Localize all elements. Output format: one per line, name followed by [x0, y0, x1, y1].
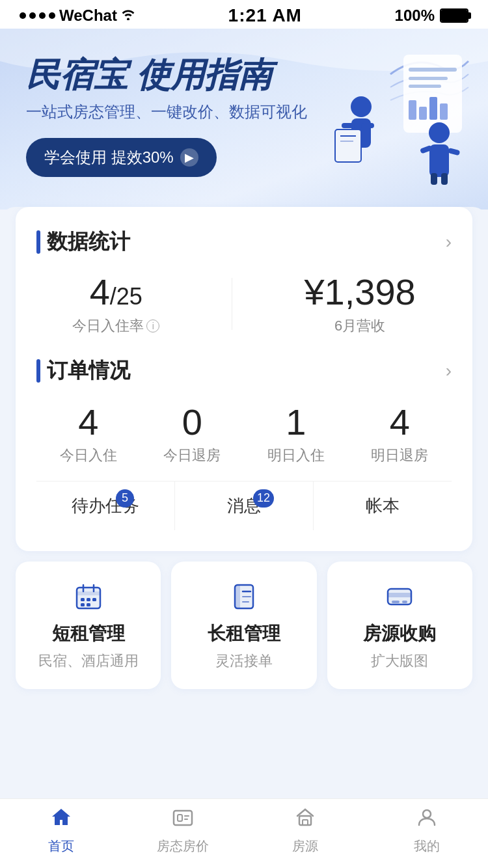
signal-dots — [20, 12, 55, 19]
svg-rect-36 — [388, 593, 411, 597]
service-card-acquisition[interactable]: 房源收购 扩大版图 — [327, 562, 472, 689]
carrier-label: WeChat — [59, 7, 117, 25]
order-stats-chevron-icon[interactable]: › — [446, 360, 452, 381]
order-value-3: 4 — [371, 401, 428, 443]
occupancy-label: 今日入住率 i — [72, 316, 159, 336]
battery-percent: 100% — [395, 7, 435, 25]
service-desc-1: 灵活接单 — [184, 651, 303, 671]
order-item-1: 0 今日退房 — [163, 401, 221, 465]
banner-btn-label: 学会使用 提效30% — [44, 147, 174, 168]
nav-item-home[interactable]: 首页 — [29, 806, 94, 855]
order-label-1: 今日退房 — [163, 446, 221, 465]
nav-item-properties[interactable]: 房源 — [273, 806, 338, 855]
svg-rect-18 — [448, 148, 460, 156]
svg-rect-10 — [342, 123, 355, 128]
banner-subtitle: 一站式房态管理、一键改价、数据可视化 — [26, 102, 462, 122]
card-icon — [340, 582, 459, 611]
data-stats-title: 数据统计 — [36, 228, 130, 256]
stats-row: 4/25 今日入住率 i ¥1,398 6月营收 — [36, 272, 452, 336]
svg-rect-22 — [77, 591, 100, 595]
calendar-icon — [29, 582, 148, 611]
service-name-1: 长租管理 — [184, 621, 303, 646]
service-name-2: 房源收购 — [340, 621, 459, 646]
nav-item-profile[interactable]: 我的 — [394, 806, 459, 855]
service-card-long-rent[interactable]: 长租管理 灵活接单 — [171, 562, 316, 689]
title-bar-accent — [36, 230, 40, 254]
svg-rect-29 — [87, 603, 90, 606]
nav-label-properties: 房源 — [292, 837, 318, 855]
svg-rect-11 — [361, 123, 374, 128]
occupancy-stat: 4/25 今日入住率 i — [72, 272, 159, 336]
svg-point-45 — [423, 810, 431, 818]
order-stats-header: 订单情况 › — [36, 357, 452, 385]
banner-title: 民宿宝 使用指南 — [26, 55, 462, 95]
svg-rect-16 — [429, 144, 449, 177]
order-value-1: 0 — [163, 401, 221, 443]
service-card-short-rent[interactable]: 短租管理 民宿、酒店通用 — [16, 562, 161, 689]
svg-rect-25 — [81, 598, 85, 601]
banner: 民宿宝 使用指南 一站式房态管理、一键改价、数据可视化 学会使用 提效30% ▶ — [0, 29, 488, 210]
home-icon — [49, 806, 73, 835]
order-label-2: 明日入住 — [267, 446, 325, 465]
svg-point-15 — [429, 122, 450, 143]
service-name-0: 短租管理 — [29, 621, 148, 646]
svg-rect-40 — [178, 815, 182, 821]
svg-rect-28 — [81, 603, 85, 606]
order-stats-title: 订单情况 — [36, 357, 130, 385]
occupancy-value: 4/25 — [72, 272, 159, 312]
svg-rect-19 — [431, 173, 437, 185]
quick-action-ledger[interactable]: 帐本 — [313, 481, 452, 530]
status-bar: WeChat 1:21 AM 100% — [0, 0, 488, 29]
banner-button[interactable]: 学会使用 提效30% ▶ — [26, 138, 217, 177]
order-item-0: 4 今日入住 — [60, 401, 117, 465]
stat-divider — [232, 278, 232, 330]
order-label-0: 今日入住 — [60, 446, 117, 465]
document-icon — [184, 582, 303, 611]
banner-btn-arrow-icon: ▶ — [180, 148, 198, 167]
order-value-2: 1 — [267, 401, 325, 443]
wifi-icon — [121, 7, 135, 24]
ledger-label: 帐本 — [366, 495, 400, 517]
nav-item-room-price[interactable]: 房态房价 — [150, 806, 215, 855]
todo-badge: 5 — [116, 489, 134, 508]
svg-rect-27 — [92, 598, 96, 601]
service-grid: 短租管理 民宿、酒店通用 长租管理 灵活接单 — [16, 562, 472, 689]
data-stats-chevron-icon[interactable]: › — [446, 232, 452, 252]
quick-actions: 待办任务 5 消息 12 帐本 — [36, 481, 452, 530]
svg-rect-26 — [87, 598, 90, 601]
revenue-value: ¥1,398 — [304, 272, 415, 312]
status-carrier-area: WeChat — [20, 7, 135, 25]
battery-icon — [440, 8, 468, 23]
data-stats-header: 数据统计 › — [36, 228, 452, 256]
quick-action-messages[interactable]: 消息 12 — [174, 481, 313, 530]
house-icon — [293, 806, 317, 835]
svg-rect-31 — [235, 585, 240, 608]
messages-badge: 12 — [253, 489, 274, 508]
main-content: 数据统计 › 4/25 今日入住率 i ¥1,398 6月营收 — [0, 207, 488, 778]
order-row: 4 今日入住 0 今日退房 1 明日入住 4 明日退房 — [36, 401, 452, 465]
order-item-2: 1 明日入住 — [267, 401, 325, 465]
nav-label-profile: 我的 — [414, 837, 440, 855]
service-desc-0: 民宿、酒店通用 — [29, 651, 148, 671]
svg-rect-38 — [402, 601, 407, 603]
order-title-bar-accent — [36, 359, 40, 383]
nav-label-home: 首页 — [48, 837, 74, 855]
quick-action-todo[interactable]: 待办任务 5 — [36, 481, 174, 530]
info-icon: i — [146, 319, 159, 332]
status-time: 1:21 AM — [228, 5, 302, 26]
order-label-3: 明日退房 — [371, 446, 428, 465]
status-battery-area: 100% — [395, 7, 468, 25]
svg-rect-37 — [392, 601, 400, 603]
revenue-stat: ¥1,398 6月营收 — [304, 272, 415, 336]
nav-label-room-price: 房态房价 — [157, 837, 209, 855]
room-icon — [171, 806, 195, 835]
bottom-nav: 首页 房态房价 房源 我的 — [0, 798, 488, 868]
data-stats-card: 数据统计 › 4/25 今日入住率 i ¥1,398 6月营收 — [16, 207, 472, 551]
service-desc-2: 扩大版图 — [340, 651, 459, 671]
revenue-label: 6月营收 — [304, 316, 415, 336]
order-value-0: 4 — [60, 401, 117, 443]
order-item-3: 4 明日退房 — [371, 401, 428, 465]
svg-rect-12 — [335, 129, 361, 162]
person-icon — [415, 806, 439, 835]
svg-rect-20 — [441, 173, 448, 185]
